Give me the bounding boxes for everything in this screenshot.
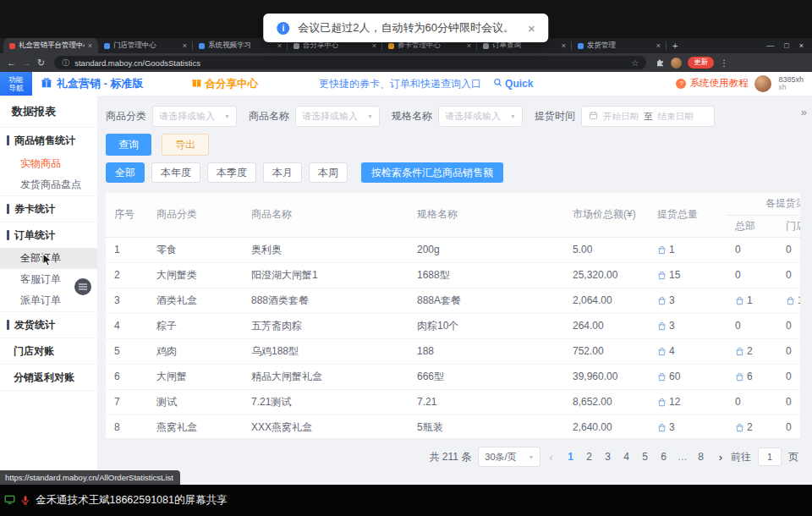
menu-drag-handle[interactable] <box>74 278 91 295</box>
sidebar-group-label: 分销返利对账 <box>14 371 74 385</box>
pagination-page[interactable]: 3 <box>599 447 617 466</box>
goto-page-input[interactable]: 1 <box>758 447 782 466</box>
app-header: 功能导航 礼盒营销 - 标准版 合分享中心 更快捷的券卡、订单和快递查询入口 Q… <box>0 72 812 96</box>
pagination-page[interactable]: 4 <box>617 447 636 466</box>
tab-title: 发货管理 <box>587 41 616 51</box>
summary-button[interactable]: 按检索条件汇总商品销售额 <box>361 162 503 183</box>
tab-favicon-icon <box>388 43 394 49</box>
tab-close-icon[interactable]: × <box>372 41 376 50</box>
filter-select[interactable]: 请选择或输入▼ <box>438 106 523 127</box>
window-minimize-button[interactable]: — <box>766 41 774 50</box>
chevron-down-icon: ▼ <box>528 454 534 460</box>
reload-button[interactable]: ↻ <box>37 58 45 69</box>
cell-no: 8 <box>106 414 148 438</box>
range-tab[interactable]: 本月 <box>263 162 302 183</box>
sidebar-menu: 商品销售统计实物商品发货商品盘点券卡统计订单统计全部订单客服订单派单订单发货统计… <box>0 128 97 391</box>
cell-category: 大闸蟹类 <box>148 262 243 288</box>
sidebar-group[interactable]: 订单统计 <box>0 222 97 248</box>
browser-tab[interactable]: 门店管理中心× <box>98 38 193 53</box>
filter-row: 商品分类请选择或输入▼商品名称请选择或输入▼规格名称请选择或输入▼提货时间开始日… <box>106 106 800 127</box>
table-row[interactable]: 3酒类礼盒888酒类套餐888A套餐2,064.00311 <box>106 288 800 313</box>
forward-button[interactable]: → <box>22 58 31 68</box>
tab-close-icon[interactable]: × <box>562 41 566 50</box>
back-button[interactable]: ← <box>7 58 16 68</box>
range-tab[interactable]: 本季度 <box>207 162 256 183</box>
cell-value: 3 <box>669 294 675 306</box>
browser-profile-avatar[interactable] <box>671 58 682 69</box>
close-icon[interactable]: × <box>528 21 535 36</box>
extensions-puzzle-icon[interactable] <box>656 55 665 70</box>
pickup-bag-icon <box>786 296 795 305</box>
tab-close-icon[interactable]: × <box>277 41 282 50</box>
window-maximize-button[interactable]: □ <box>784 41 788 50</box>
user-subname: xh <box>778 84 804 92</box>
site-info-icon[interactable]: ⓘ <box>62 58 69 69</box>
user-avatar[interactable] <box>754 75 771 92</box>
browser-tab[interactable]: 发货管理× <box>572 38 667 53</box>
tab-close-icon[interactable]: × <box>467 41 471 50</box>
sidebar-group[interactable]: 门店对账 <box>0 338 97 364</box>
pagination-page[interactable]: 1 <box>562 447 580 466</box>
new-tab-button[interactable]: + <box>672 41 678 51</box>
action-buttons: 查询 导出 <box>106 134 800 156</box>
export-button[interactable]: 导出 <box>162 134 209 156</box>
sidebar-item[interactable]: 全部订单 <box>0 248 97 269</box>
table-row[interactable]: 4粽子五芳斋肉粽肉粽10个264.00300 <box>106 313 800 338</box>
cell-spec: 666型 <box>409 364 564 389</box>
prev-page-button[interactable]: ‹ <box>547 451 554 464</box>
browser-tab[interactable]: 礼盒营销平台管理中心× <box>3 38 98 53</box>
cell-category: 酒类礼盒 <box>148 288 243 313</box>
search-icon <box>493 78 502 90</box>
tab-favicon-icon <box>104 43 110 49</box>
sidebar-group[interactable]: 发货统计 <box>0 312 97 338</box>
column-header: 规格名称 <box>409 193 564 237</box>
pagination-page[interactable]: 8 <box>692 447 710 466</box>
table-row[interactable]: 8燕窝礼盒XXX燕窝礼盒5瓶装2,640.00320 <box>106 414 800 438</box>
sidebar-item[interactable]: 实物商品 <box>0 153 97 174</box>
bookmark-star-icon[interactable]: ☆ <box>631 58 639 68</box>
pagination-page[interactable]: 6 <box>655 447 673 466</box>
screen: i 会议已超过2人，自动转为60分钟限时会议。 × 礼盒营销平台管理中心×门店管… <box>0 0 812 516</box>
share-center-link[interactable]: 合分享中心 <box>191 77 259 91</box>
cell-name: 888酒类套餐 <box>243 288 409 313</box>
next-page-button[interactable]: › <box>717 451 724 464</box>
date-range-picker[interactable]: 开始日期至结束日期 <box>581 106 715 127</box>
table-row[interactable]: 2大闸蟹类阳澄湖大闸蟹11688型25,320.001500 <box>106 262 800 288</box>
sidebar-group[interactable]: 商品销售统计 <box>0 128 97 153</box>
function-nav-toggle[interactable]: 功能导航 <box>0 72 32 96</box>
sidebar-group-label: 门店对账 <box>14 344 54 359</box>
table-row[interactable]: 6大闸蟹精品大闸蟹礼盒666型39,960.006060 <box>106 364 800 389</box>
table-row[interactable]: 7测试7.21测试7.218,652.001200 <box>106 389 800 414</box>
table-row[interactable]: 5鸡肉乌鸡188型188752.00420 <box>106 338 800 364</box>
chrome-update-button[interactable]: 更新 <box>688 57 714 69</box>
window-close-button[interactable]: × <box>799 41 804 50</box>
sidebar-item[interactable]: 发货商品盘点 <box>0 174 97 195</box>
collapse-panel-icon[interactable]: » <box>801 106 807 118</box>
sidebar-group[interactable]: 券卡统计 <box>0 196 97 222</box>
browser-menu-icon[interactable]: ⋮ <box>720 58 728 68</box>
date-separator: 至 <box>644 111 653 123</box>
cell-hq: 2 <box>735 345 777 357</box>
search-button[interactable]: 查询 <box>106 134 151 156</box>
table-row[interactable]: 1零食奥利奥200g5.00100 <box>106 237 800 262</box>
cell-store: 0 <box>786 421 800 433</box>
tab-close-icon[interactable]: × <box>88 41 92 50</box>
range-tab[interactable]: 全部 <box>106 162 145 183</box>
quick-search-link[interactable]: Quick <box>493 78 533 90</box>
tab-close-icon[interactable]: × <box>656 41 661 50</box>
cell-value: 0 <box>735 396 741 408</box>
filter-select[interactable]: 请选择或输入▼ <box>295 106 380 127</box>
range-tab[interactable]: 本周 <box>309 162 348 183</box>
cell-hq: 0 <box>735 396 777 408</box>
tutorial-link[interactable]: ? 系统使用教程 <box>676 77 748 90</box>
address-bar[interactable]: ⓘ standard.maboy.cn/GoodsStatistics ☆ <box>54 56 646 69</box>
pagination-page[interactable]: 5 <box>636 447 655 466</box>
gift-icon <box>41 77 52 91</box>
pagination-page[interactable]: 2 <box>580 447 599 466</box>
sidebar-group[interactable]: 分销返利对账 <box>0 365 97 390</box>
filter-select[interactable]: 请选择或输入▼ <box>152 106 237 127</box>
page-size-select[interactable]: 30条/页 ▼ <box>478 447 540 467</box>
cell-hq: 6 <box>735 371 777 382</box>
tab-close-icon[interactable]: × <box>183 41 187 50</box>
range-tab[interactable]: 本年度 <box>151 162 200 183</box>
